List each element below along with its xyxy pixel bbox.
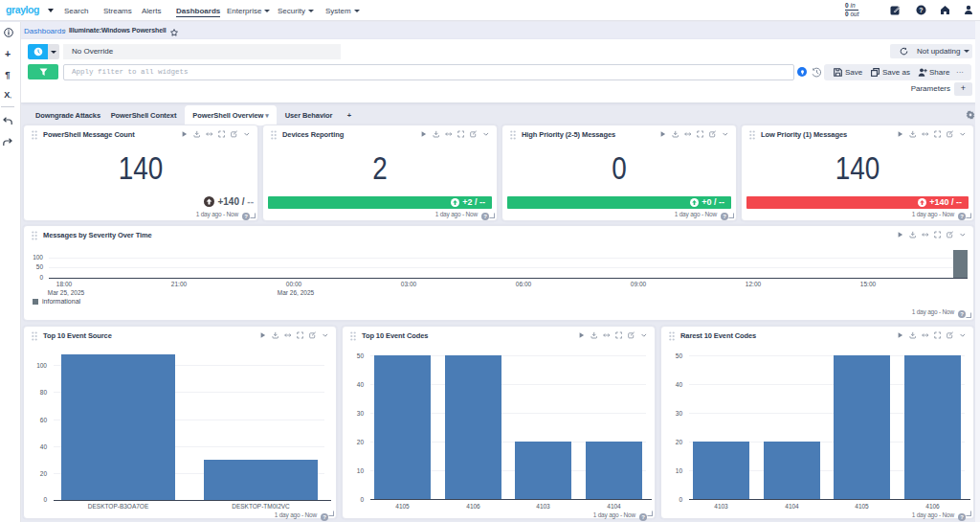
svg-text:?: ?	[919, 7, 923, 13]
